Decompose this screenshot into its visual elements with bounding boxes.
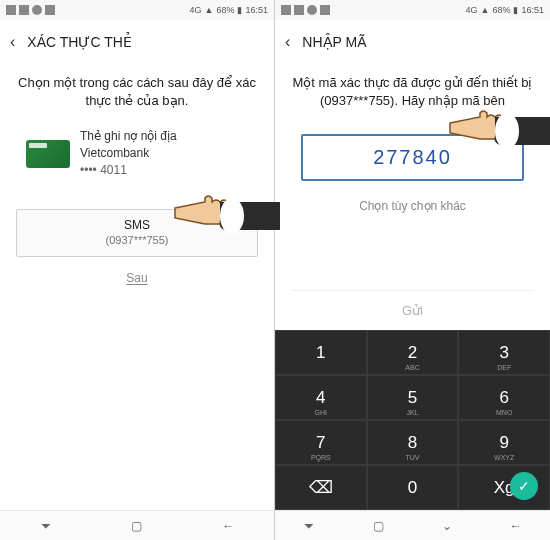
status-bar: 4G ▲ 68% ▮ 16:51: [275, 0, 550, 20]
numeric-keyboard: 1 2ABC 3DEF 4GHI 5JKL 6MNO 7PQRS 8TUV 9W…: [275, 330, 550, 510]
key-0[interactable]: 0: [367, 465, 459, 510]
android-navbar: ⏷ ▢ ←: [0, 510, 274, 540]
app-icon: [320, 5, 330, 15]
app-icon: [294, 5, 304, 15]
send-button[interactable]: Gửi: [291, 290, 534, 330]
home-button[interactable]: ▢: [129, 518, 145, 534]
page-title: NHẬP MÃ: [302, 34, 366, 50]
app-icon: [45, 5, 55, 15]
confirm-fab[interactable]: ✓: [510, 472, 538, 500]
card-number-masked: •••• 4011: [80, 162, 177, 179]
signal-icon: ▲: [481, 5, 490, 15]
content: Chọn một trong các cách sau đây để xác t…: [0, 64, 274, 510]
recents-button[interactable]: ⏷: [301, 518, 317, 534]
header: ‹ XÁC THỰC THẺ: [0, 20, 274, 64]
key-2[interactable]: 2ABC: [367, 330, 459, 375]
key-1[interactable]: 1: [275, 330, 367, 375]
signal-label: 4G: [466, 5, 478, 15]
card-bank: Vietcombank: [80, 145, 177, 162]
pointer-hand-icon: [445, 95, 550, 155]
key-3[interactable]: 3DEF: [458, 330, 550, 375]
key-7[interactable]: 7PQRS: [275, 420, 367, 465]
signal-label: 4G: [190, 5, 202, 15]
status-bar: 4G ▲ 68% ▮ 16:51: [0, 0, 274, 20]
phone-screen-verify: 4G ▲ 68% ▮ 16:51 ‹ XÁC THỰC THẺ Chọn một…: [0, 0, 275, 540]
header: ‹ NHẬP MÃ: [275, 20, 550, 64]
key-8[interactable]: 8TUV: [367, 420, 459, 465]
other-option-link[interactable]: Chọn tùy chọn khác: [291, 199, 534, 213]
app-icon: [6, 5, 16, 15]
svg-point-0: [220, 198, 244, 234]
key-4[interactable]: 4GHI: [275, 375, 367, 420]
signal-icon: ▲: [205, 5, 214, 15]
page-title: XÁC THỰC THẺ: [27, 34, 132, 50]
clock: 16:51: [245, 5, 268, 15]
key-9[interactable]: 9WXYZ: [458, 420, 550, 465]
key-5[interactable]: 5JKL: [367, 375, 459, 420]
home-button[interactable]: ▢: [370, 518, 386, 534]
app-icon: [281, 5, 291, 15]
clock: 16:51: [521, 5, 544, 15]
app-icon: [19, 5, 29, 15]
recents-button[interactable]: ⏷: [38, 518, 54, 534]
app-icon: [32, 5, 42, 15]
back-icon[interactable]: ‹: [285, 33, 290, 51]
back-icon[interactable]: ‹: [10, 33, 15, 51]
pointer-hand-icon: [170, 180, 280, 240]
card-info-row: Thẻ ghi nợ nội địa Vietcombank •••• 4011: [16, 128, 258, 178]
card-image: [26, 140, 70, 168]
back-button[interactable]: ←: [508, 518, 524, 534]
key-6[interactable]: 6MNO: [458, 375, 550, 420]
instruction-text: Chọn một trong các cách sau đây để xác t…: [16, 74, 258, 110]
battery-icon: ▮: [237, 5, 242, 15]
battery-pct: 68%: [492, 5, 510, 15]
svg-point-1: [495, 113, 519, 149]
back-button[interactable]: ←: [220, 518, 236, 534]
phone-screen-code: 4G ▲ 68% ▮ 16:51 ‹ NHẬP MÃ Một mã xác th…: [275, 0, 550, 540]
skip-link[interactable]: Sau: [16, 271, 258, 285]
android-navbar: ⏷ ▢ ⌄ ←: [275, 510, 550, 540]
app-icon: [307, 5, 317, 15]
key-backspace[interactable]: ⌫: [275, 465, 367, 510]
card-name: Thẻ ghi nợ nội địa: [80, 128, 177, 145]
battery-pct: 68%: [216, 5, 234, 15]
battery-icon: ▮: [513, 5, 518, 15]
keyboard-hide-button[interactable]: ⌄: [439, 518, 455, 534]
